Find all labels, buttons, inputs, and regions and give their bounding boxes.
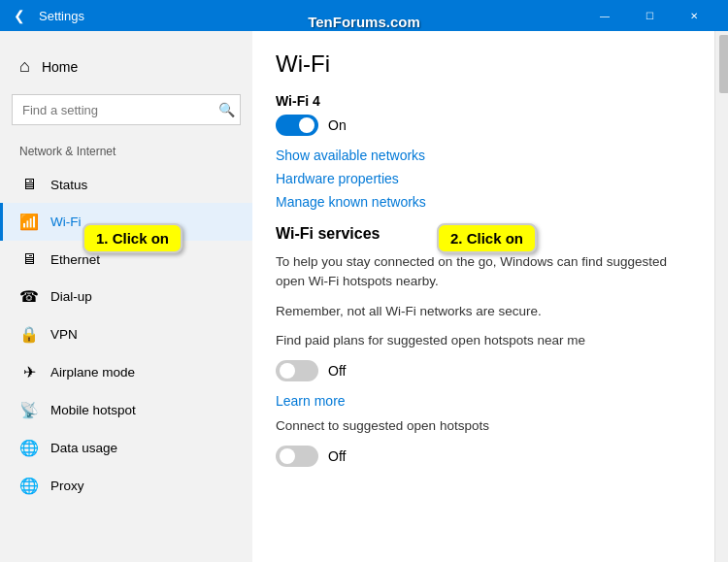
ethernet-icon: 🖥 — [19, 250, 39, 268]
annotation-1-container: 1. Click on — [83, 223, 182, 253]
proxy-icon: 🌐 — [19, 477, 39, 495]
connect-suggested-toggle-row: Off — [276, 446, 691, 467]
connect-suggested-toggle[interactable] — [276, 446, 318, 467]
vpn-icon: 🔒 — [19, 325, 39, 344]
find-paid-toggle-label: Off — [328, 363, 346, 379]
sidebar-item-label: Ethernet — [50, 252, 100, 267]
search-input[interactable] — [12, 94, 241, 125]
sidebar-item-hotspot[interactable]: 📡 Mobile hotspot — [0, 391, 252, 429]
learn-more-link[interactable]: Learn more — [276, 393, 691, 409]
connect-suggested-toggle-label: Off — [328, 448, 346, 464]
home-label: Home — [42, 59, 78, 75]
hardware-properties-link[interactable]: Hardware properties — [276, 171, 691, 186]
content-wrapper: Wi-Fi Wi-Fi 4 On Show available networks… — [252, 31, 728, 562]
annotation-2-container: 2. Click on — [437, 223, 537, 253]
dialup-icon: ☎ — [19, 287, 39, 306]
minimize-icon: — — [600, 11, 610, 21]
wifi-toggle[interactable] — [276, 115, 318, 136]
minimize-button[interactable]: — — [582, 0, 627, 31]
sidebar-item-label: Dial-up — [50, 289, 92, 304]
toggle-knob-3 — [280, 448, 295, 464]
annotation-1: 1. Click on — [83, 223, 182, 253]
sidebar-item-status[interactable]: 🖥 Status — [0, 166, 252, 203]
window-controls: — ☐ ✕ — [582, 0, 716, 31]
wifi-services-text1: To help you stay connected on the go, Wi… — [276, 252, 691, 292]
airplane-icon: ✈ — [19, 363, 39, 381]
scrollbar-thumb[interactable] — [719, 35, 728, 93]
manage-networks-link[interactable]: Manage known networks — [276, 194, 691, 210]
close-icon: ✕ — [690, 11, 698, 21]
sidebar-item-home[interactable]: ⌂ Home — [0, 47, 252, 86]
sidebar-item-label: Airplane mode — [50, 365, 135, 380]
annotation-2: 2. Click on — [437, 223, 537, 253]
sidebar-item-label: Status — [50, 178, 87, 192]
back-icon: ❮ — [14, 8, 25, 23]
sidebar-item-label: Proxy — [50, 479, 84, 493]
maximize-button[interactable]: ☐ — [627, 0, 672, 31]
wifi-toggle-label: On — [328, 117, 347, 133]
search-icon[interactable]: 🔍 — [218, 102, 235, 117]
back-button[interactable]: ❮ — [8, 4, 31, 27]
watermark: TenForums.com — [308, 14, 420, 30]
sidebar-item-label: Wi-Fi — [50, 215, 81, 229]
scrollbar-track[interactable] — [714, 31, 728, 562]
hotspot-icon: 📡 — [19, 401, 39, 419]
sidebar-item-vpn[interactable]: 🔒 VPN — [0, 315, 252, 353]
page-title: Wi-Fi — [276, 50, 691, 78]
sidebar-item-label: Data usage — [50, 441, 117, 455]
wifi-icon: 📶 — [19, 213, 39, 231]
sidebar-item-label: VPN — [50, 327, 78, 342]
app-title: Settings — [39, 9, 84, 23]
home-icon: ⌂ — [19, 56, 30, 77]
status-icon: 🖥 — [19, 176, 39, 193]
sidebar-item-dialup[interactable]: ☎ Dial-up — [0, 278, 252, 315]
wifi-services-text2: Remember, not all Wi-Fi networks are sec… — [276, 302, 691, 321]
search-box: 🔍 — [12, 94, 241, 125]
maximize-icon: ☐ — [645, 11, 654, 21]
title-bar: ❮ Settings TenForums.com — ☐ ✕ — [0, 0, 728, 31]
sidebar-item-airplane[interactable]: ✈ Airplane mode — [0, 353, 252, 391]
wifi-version: Wi-Fi 4 — [276, 93, 691, 109]
main-content: Wi-Fi Wi-Fi 4 On Show available networks… — [252, 31, 714, 562]
sidebar: ⌂ Home 🔍 Network & Internet 🖥 Status 📶 W… — [0, 31, 252, 562]
toggle-knob — [299, 117, 314, 133]
sidebar-item-proxy[interactable]: 🌐 Proxy — [0, 467, 252, 505]
connect-suggested-label: Connect to suggested open hotspots — [276, 416, 691, 436]
toggle-knob-2 — [280, 363, 295, 379]
app-container: ⌂ Home 🔍 Network & Internet 🖥 Status 📶 W… — [0, 31, 728, 562]
sidebar-item-label: Mobile hotspot — [50, 403, 136, 417]
close-button[interactable]: ✕ — [672, 0, 716, 31]
show-networks-link[interactable]: Show available networks — [276, 148, 691, 163]
find-paid-toggle[interactable] — [276, 360, 318, 381]
wifi-toggle-row: On — [276, 115, 691, 136]
find-paid-label: Find paid plans for suggested open hotsp… — [276, 331, 691, 350]
datausage-icon: 🌐 — [19, 439, 39, 457]
find-paid-toggle-row: Off — [276, 360, 691, 381]
sidebar-section-title: Network & Internet — [0, 141, 252, 166]
sidebar-item-datausage[interactable]: 🌐 Data usage — [0, 429, 252, 467]
